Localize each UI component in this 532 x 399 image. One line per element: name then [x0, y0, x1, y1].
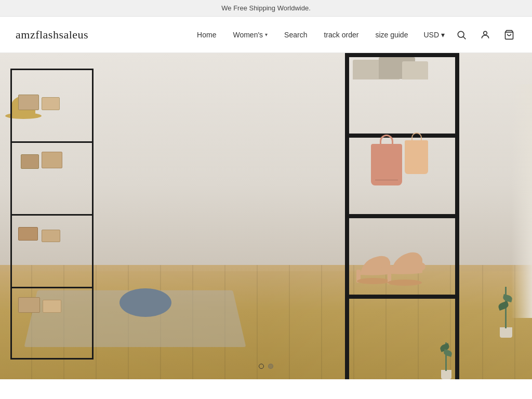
announcement-bar: We Free Shipping Worldwide. [0, 0, 532, 17]
svg-point-8 [388, 280, 422, 286]
header: amzflashsaleus Home Women's ▾ Search tra… [0, 17, 532, 53]
plant-in-shelf [438, 338, 454, 379]
svg-point-9 [413, 262, 425, 271]
nav-womens-label: Women's [233, 31, 263, 39]
shelf-left-board-3 [10, 287, 94, 288]
cloth-3 [402, 61, 428, 79]
currency-chevron-icon: ▾ [441, 31, 445, 39]
carousel-dot-2[interactable] [268, 364, 273, 369]
hero-section [0, 53, 532, 379]
cart-button[interactable] [502, 28, 516, 42]
nav-track-order[interactable]: track order [324, 31, 358, 39]
ottoman [119, 288, 171, 317]
right-mannequin [511, 84, 532, 318]
nav-search[interactable]: Search [284, 31, 307, 39]
account-button[interactable] [478, 28, 493, 42]
shelf-left-board-4 [10, 69, 94, 70]
shelf-left-item-3 [21, 154, 39, 169]
nav-icons: USD ▾ [423, 28, 516, 42]
shelf-left-board-2 [10, 214, 94, 216]
plant-leaf-1 [497, 301, 509, 311]
shelf-left-board-1 [10, 141, 94, 143]
shelf-main [345, 53, 459, 379]
shelf-left-item-4 [42, 152, 62, 168]
shelf-main-board-1 [345, 134, 459, 138]
bag-detail [375, 180, 398, 180]
search-icon [456, 30, 467, 40]
search-button[interactable] [454, 28, 469, 42]
shelf-left-item-2 [42, 97, 60, 110]
shelf-left-item-7 [18, 297, 40, 313]
bag-display [371, 144, 402, 185]
shelf-left-item-8 [43, 300, 61, 313]
currency-selector[interactable]: USD ▾ [423, 31, 445, 39]
nav-womens-dropdown[interactable]: Women's ▾ [233, 31, 268, 39]
bag-display-2 [405, 140, 428, 174]
shelf-left-item-1 [18, 95, 39, 110]
bag-handle [380, 135, 393, 146]
plant-pot [500, 327, 512, 338]
shelf-left-item-6 [42, 230, 60, 242]
bag-handle-2 [411, 132, 422, 141]
svg-line-1 [463, 36, 466, 39]
svg-point-0 [458, 31, 464, 37]
svg-point-2 [484, 31, 487, 35]
shoe-right-svg [385, 237, 427, 287]
shelf-left [0, 69, 104, 370]
nav-size-guide[interactable]: size guide [375, 31, 408, 39]
logo[interactable]: amzflashsaleus [16, 28, 88, 42]
carousel-dot-1[interactable] [259, 364, 264, 369]
nav-links: Home Women's ▾ Search track order size g… [197, 31, 408, 39]
shelf-main-board-2 [345, 214, 459, 218]
nav-home[interactable]: Home [197, 31, 216, 39]
shoes-display [351, 222, 453, 289]
womens-chevron-icon: ▾ [265, 32, 268, 37]
announcement-text: We Free Shipping Worldwide. [221, 4, 311, 12]
cart-icon [504, 30, 514, 40]
shelf-main-board-3 [345, 295, 459, 299]
hero-background [0, 53, 532, 379]
shelf-top-clothes [350, 57, 454, 81]
shelf-main-top [345, 53, 459, 57]
currency-label: USD [423, 31, 439, 39]
carousel-dots [259, 364, 273, 369]
shelf-left-item-5 [18, 227, 38, 241]
account-icon [480, 30, 490, 40]
